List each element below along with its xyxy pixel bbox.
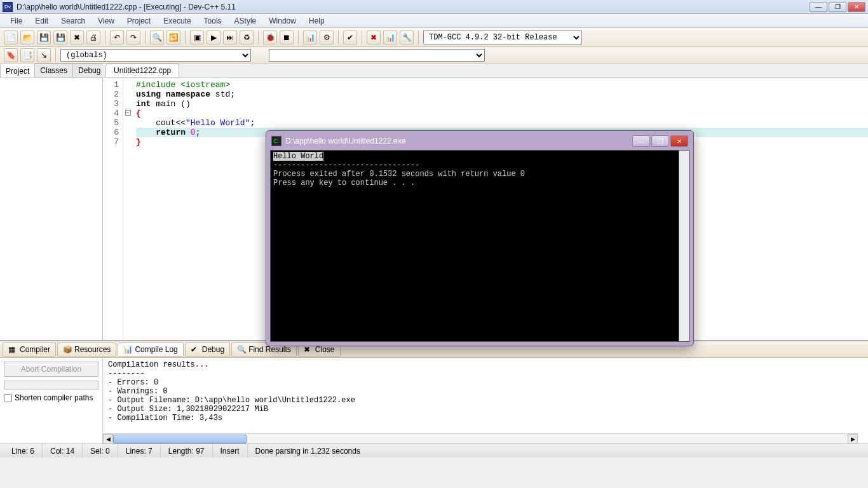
menu-astyle[interactable]: AStyle: [228, 15, 263, 27]
rebuild-icon[interactable]: ♻: [240, 30, 254, 44]
check-icon[interactable]: ✔: [343, 30, 357, 44]
separator: [145, 30, 146, 44]
scroll-track[interactable]: [113, 434, 848, 444]
replace-icon[interactable]: 🔁: [166, 30, 180, 44]
status-sel: Sel: 0: [83, 444, 118, 458]
toggle-bookmark-icon[interactable]: 📑: [20, 48, 34, 62]
separator: [55, 48, 56, 62]
save-icon[interactable]: 💾: [37, 30, 51, 44]
editor-tab[interactable]: Untitled1222.cpp: [105, 64, 179, 77]
tools-icon[interactable]: 🔧: [400, 30, 414, 44]
compiler-icon: ▦: [8, 345, 17, 354]
scroll-left-icon[interactable]: ◀: [103, 434, 113, 444]
separator: [185, 30, 186, 44]
compile-run-icon[interactable]: ⏭: [223, 30, 237, 44]
resources-icon: 📦: [63, 345, 72, 354]
status-lines: Lines: 7: [118, 444, 161, 458]
open-file-icon[interactable]: 📂: [20, 30, 34, 44]
output-tab-compiler[interactable]: ▦Compiler: [3, 342, 56, 356]
nav-toolbar: 🔖 📑 ↘ (globals): [0, 47, 868, 64]
undo-icon[interactable]: ↶: [110, 30, 124, 44]
debug-stop-icon[interactable]: ⏹: [280, 30, 294, 44]
delete-icon[interactable]: ✖: [367, 30, 381, 44]
menu-window[interactable]: Window: [262, 15, 302, 27]
console-maximize-button[interactable]: ❐: [651, 135, 669, 147]
output-tab-debug[interactable]: ✔Debug: [185, 342, 230, 356]
menu-file[interactable]: File: [4, 15, 29, 27]
app-icon: Dv: [3, 2, 13, 12]
find-icon[interactable]: 🔍: [150, 30, 164, 44]
console-body[interactable]: Hello World-----------------------------…: [270, 150, 689, 342]
minimize-button[interactable]: —: [810, 2, 827, 12]
project-tree[interactable]: [0, 78, 102, 340]
console-minimize-button[interactable]: —: [632, 135, 650, 147]
menu-help[interactable]: Help: [302, 15, 331, 27]
window-titlebar: Dv D:\app\hello world\Untitled1222.cpp -…: [0, 0, 868, 14]
chart-icon[interactable]: 📊: [383, 30, 397, 44]
menu-project[interactable]: Project: [121, 15, 157, 27]
console-output: Hello World-----------------------------…: [271, 151, 679, 341]
scroll-thumb[interactable]: [113, 435, 247, 444]
scroll-right-icon[interactable]: ▶: [848, 434, 858, 444]
status-line: Line: 6: [4, 444, 43, 458]
goto-line-icon[interactable]: ↘: [37, 48, 51, 62]
debug-icon: ✔: [191, 345, 200, 354]
menu-search[interactable]: Search: [55, 15, 92, 27]
menu-view[interactable]: View: [92, 15, 121, 27]
redo-icon[interactable]: ↷: [126, 30, 140, 44]
status-length: Length: 97: [161, 444, 213, 458]
maximize-button[interactable]: ❐: [829, 2, 846, 12]
menu-tools[interactable]: Tools: [198, 15, 228, 27]
console-close-button[interactable]: ✕: [670, 135, 688, 147]
separator: [258, 30, 259, 44]
status-mode: Insert: [213, 444, 248, 458]
close-file-icon[interactable]: ✖: [70, 30, 84, 44]
compile-icon[interactable]: ▣: [190, 30, 204, 44]
separator: [362, 30, 362, 44]
menu-edit[interactable]: Edit: [29, 15, 55, 27]
shorten-paths-input[interactable]: [4, 394, 12, 402]
options-icon[interactable]: ⚙: [320, 30, 334, 44]
function-select[interactable]: [269, 49, 485, 62]
abort-compilation-button[interactable]: Abort Compilation: [4, 362, 98, 377]
close-button[interactable]: ✕: [848, 2, 865, 12]
find-icon: 🔍: [237, 345, 246, 354]
line-gutter: 1234567: [103, 78, 123, 340]
console-icon: C:: [271, 136, 281, 146]
globals-select[interactable]: (globals): [60, 49, 251, 62]
horizontal-scrollbar[interactable]: ◀ ▶: [103, 433, 858, 444]
console-window[interactable]: C: D:\app\hello world\Untitled1222.exe —…: [266, 130, 694, 346]
compiler-select[interactable]: TDM-GCC 4.9.2 32-bit Release: [423, 30, 582, 44]
left-tab-classes[interactable]: Classes: [34, 64, 73, 78]
goto-bookmark-icon[interactable]: 🔖: [4, 48, 18, 62]
print-icon[interactable]: 🖨: [86, 30, 100, 44]
separator: [105, 30, 105, 44]
profile-icon[interactable]: 📊: [303, 30, 317, 44]
fold-toggle-icon[interactable]: −: [125, 110, 131, 116]
compile-controls: Abort Compilation Shorten compiler paths: [0, 358, 103, 444]
run-icon[interactable]: ▶: [207, 30, 220, 44]
separator: [338, 30, 339, 44]
output-tab-resources[interactable]: 📦Resources: [57, 342, 116, 356]
left-tab-debug[interactable]: Debug: [72, 64, 106, 78]
left-tab-project[interactable]: Project: [0, 64, 35, 78]
main-toolbar: 📄 📂 💾 💾 ✖ 🖨 ↶ ↷ 🔍 🔁 ▣ ▶ ⏭ ♻ 🐞 ⏹ 📊 ⚙ ✔ ✖ …: [0, 28, 868, 47]
debug-start-icon[interactable]: 🐞: [263, 30, 277, 44]
console-title-text: D:\app\hello world\Untitled1222.exe: [285, 137, 632, 146]
console-scrollbar[interactable]: [679, 151, 689, 341]
separator: [418, 30, 419, 44]
status-parse: Done parsing in 1,232 seconds: [248, 444, 864, 458]
fold-gutter[interactable]: −: [123, 78, 132, 340]
shorten-paths-checkbox[interactable]: Shorten compiler paths: [4, 393, 98, 402]
status-bar: Line: 6 Col: 14 Sel: 0 Lines: 7 Length: …: [0, 444, 868, 458]
save-all-icon[interactable]: 💾: [53, 30, 67, 44]
new-file-icon[interactable]: 📄: [4, 30, 18, 44]
menu-execute[interactable]: Execute: [157, 15, 197, 27]
separator: [298, 30, 299, 44]
editor-tabs: Untitled1222.cpp: [103, 64, 868, 78]
output-tab-compile-log[interactable]: 📊Compile Log: [118, 342, 183, 356]
console-titlebar[interactable]: C: D:\app\hello world\Untitled1222.exe —…: [270, 135, 689, 150]
compile-log[interactable]: Compilation results... -------- - Errors…: [103, 358, 868, 433]
status-col: Col: 14: [43, 444, 83, 458]
window-title: D:\app\hello world\Untitled1222.cpp - [E…: [17, 3, 810, 11]
